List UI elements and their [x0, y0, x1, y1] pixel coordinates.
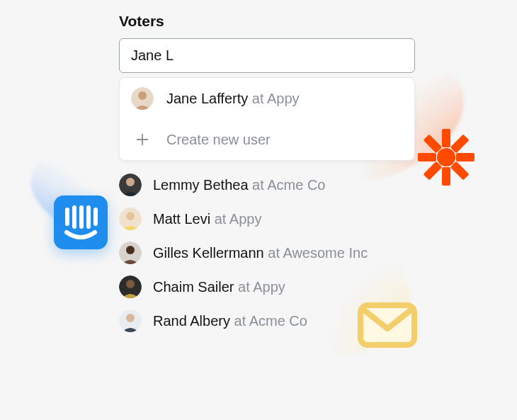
svg-point-16	[138, 91, 147, 100]
voter-name: Rand Albery	[153, 313, 230, 329]
voter-name: Jane Lafferty	[166, 91, 248, 106]
search-dropdown: Jane Lafferty at Appy Create new user	[119, 77, 415, 161]
voter-row[interactable]: Lemmy Bethea at Acme Co	[119, 174, 415, 196]
voter-row[interactable]: Chaim Sailer at Appy	[119, 276, 415, 298]
svg-rect-11	[423, 134, 442, 153]
dropdown-match-row[interactable]: Jane Lafferty at Appy	[120, 78, 414, 119]
voter-name: Gilles Kellermann	[153, 245, 264, 261]
voter-name: Chaim Sailer	[153, 279, 234, 295]
voter-name: Lemmy Bethea	[153, 177, 249, 193]
voter-row[interactable]: Matt Levi at Appy	[119, 208, 415, 230]
page-title: Voters	[119, 13, 415, 30]
voters-list: Lemmy Bethea at Acme Co Matt Levi at App…	[119, 174, 415, 332]
svg-rect-6	[442, 167, 450, 186]
svg-rect-10	[423, 161, 442, 181]
svg-point-26	[126, 280, 135, 288]
intercom-icon	[54, 195, 108, 249]
avatar	[119, 310, 142, 332]
voter-name: Matt Levi	[153, 211, 210, 227]
voter-row[interactable]: Gilles Kellermann at Awesome Inc	[119, 242, 415, 264]
svg-rect-12	[450, 161, 470, 181]
svg-rect-9	[450, 134, 470, 153]
avatar	[119, 174, 142, 196]
svg-point-13	[437, 148, 455, 166]
svg-rect-8	[456, 153, 475, 161]
plus-icon	[131, 128, 154, 151]
avatar	[119, 242, 142, 264]
avatar	[119, 276, 142, 298]
voter-search-input[interactable]	[119, 38, 415, 73]
create-new-user-row[interactable]: Create new user	[120, 119, 414, 160]
svg-point-22	[126, 212, 135, 220]
avatar	[119, 208, 142, 230]
svg-rect-7	[418, 153, 436, 161]
create-new-user-label: Create new user	[166, 132, 271, 148]
avatar	[131, 87, 154, 110]
svg-point-20	[126, 178, 135, 186]
voters-panel: Voters Jane Lafferty at Appy	[119, 13, 415, 332]
svg-point-24	[126, 246, 135, 254]
voter-row[interactable]: Rand Albery at Acme Co	[119, 310, 415, 332]
zapier-icon	[414, 125, 479, 190]
dropdown-match-text: Jane Lafferty at Appy	[166, 91, 300, 107]
svg-point-28	[126, 314, 135, 322]
svg-rect-5	[442, 129, 450, 147]
